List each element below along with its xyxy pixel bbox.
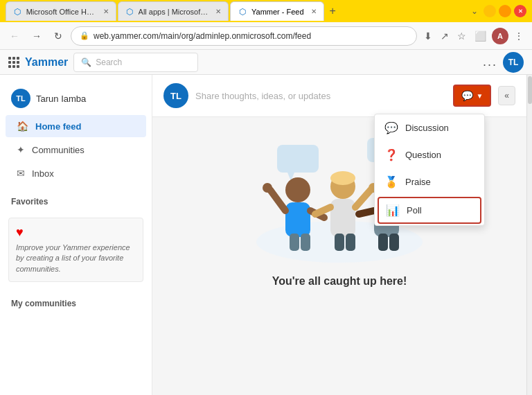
address-bar: ← → ↻ 🔒 web.yammer.com/main/org/adminlep… xyxy=(0,22,532,50)
address-text: web.yammer.com/main/org/adminlep.onmicro… xyxy=(94,31,311,41)
tab-office-favicon: ⬡ xyxy=(13,7,22,17)
address-input[interactable]: 🔒 web.yammer.com/main/org/adminlep.onmic… xyxy=(71,26,417,46)
tab-yammer-favicon: ⬡ xyxy=(238,7,247,17)
post-avatar: TL xyxy=(163,83,188,108)
svg-rect-14 xyxy=(330,199,355,237)
dropdown-praise-label: Praise xyxy=(405,177,431,187)
dropdown-item-question[interactable]: ❓ Question xyxy=(375,141,484,168)
search-box[interactable]: 🔍 Search xyxy=(73,53,198,72)
browser-profile-avatar[interactable]: A xyxy=(492,28,508,44)
tab-office-close[interactable]: ✕ xyxy=(103,8,109,15)
chevron-down-button[interactable]: ⌄ xyxy=(468,5,481,17)
post-type-icon: 💬 xyxy=(461,90,473,101)
split-view-button[interactable]: ⬜ xyxy=(472,28,489,44)
download-button[interactable]: ⬇ xyxy=(421,28,435,44)
dropdown-question-label: Question xyxy=(405,150,441,160)
user-avatar-initials: TL xyxy=(16,94,25,103)
address-bar-actions: ⬇ ↗ ☆ ⬜ A ⋮ xyxy=(421,28,526,44)
post-type-button[interactable]: 💬 ▼ xyxy=(453,85,491,107)
post-avatar-initials: TL xyxy=(170,91,181,101)
post-input[interactable]: Share thoughts, ideas, or updates xyxy=(195,91,446,101)
svg-rect-11 xyxy=(301,234,310,251)
share-button[interactable]: ↗ xyxy=(438,28,452,44)
user-avatar: TL xyxy=(11,89,30,108)
feed-area: TL Share thoughts, ideas, or updates 💬 ▼… xyxy=(152,75,526,395)
svg-line-7 xyxy=(270,190,285,211)
new-tab-button[interactable]: + xyxy=(326,3,340,19)
sidebar-item-home-feed[interactable]: 🏠 Home feed xyxy=(6,115,146,137)
user-name: Tarun Iamba xyxy=(36,94,86,104)
tab-allapps[interactable]: ⬡ All apps | Microsoft C... ✕ xyxy=(118,1,229,21)
inbox-label: Inbox xyxy=(32,168,54,179)
svg-line-16 xyxy=(355,190,371,207)
tab-yammer[interactable]: ⬡ Yammer - Feed ✕ xyxy=(230,1,324,21)
tab-office-label: Microsoft Office Hom... xyxy=(26,8,96,16)
praise-icon: 🏅 xyxy=(384,175,398,188)
svg-line-24 xyxy=(359,211,374,214)
poll-highlight-border: 📊 Poll xyxy=(378,197,481,224)
my-communities-section-title: My communities xyxy=(0,288,152,314)
post-type-dropdown-arrow[interactable]: ▼ xyxy=(476,92,483,100)
favorites-placeholder: ♥ Improve your Yammer experience by crea… xyxy=(8,218,143,282)
home-icon: 🏠 xyxy=(17,121,28,132)
tab-allapps-close[interactable]: ✕ xyxy=(215,8,221,15)
lock-icon: 🔒 xyxy=(80,31,89,40)
back-button[interactable]: ← xyxy=(6,28,24,44)
main-content: TL Tarun Iamba 🏠 Home feed ✦ Communities… xyxy=(0,75,532,395)
favorites-section-title: Favorites xyxy=(0,186,152,212)
more-options-button[interactable]: ... xyxy=(483,55,497,69)
sidebar-item-inbox[interactable]: ✉ Inbox xyxy=(6,162,146,184)
svg-rect-25 xyxy=(378,234,388,251)
apps-grid-icon[interactable] xyxy=(8,57,19,68)
inbox-icon: ✉ xyxy=(17,168,25,179)
svg-point-5 xyxy=(285,177,310,202)
tab-yammer-close[interactable]: ✕ xyxy=(311,8,317,15)
dropdown-discussion-label: Discussion xyxy=(405,123,449,133)
post-type-dropdown: 💬 Discussion ❓ Question 🏅 Praise 📊 Poll xyxy=(374,114,485,226)
menu-right: ... TL xyxy=(483,52,524,73)
favorites-placeholder-text: Improve your Yammer experience by creati… xyxy=(16,243,136,274)
menu-bar: Yammer 🔍 Search ... TL xyxy=(0,50,532,75)
tab-allapps-favicon: ⬡ xyxy=(125,7,134,17)
home-feed-label: Home feed xyxy=(35,121,81,132)
scrollbar-thumb[interactable] xyxy=(528,76,532,104)
svg-rect-26 xyxy=(389,234,399,251)
sidebar-item-communities[interactable]: ✦ Communities xyxy=(6,139,146,161)
maximize-button[interactable] xyxy=(499,5,511,17)
tab-bar: ⬡ Microsoft Office Hom... ✕ ⬡ All apps |… xyxy=(6,1,466,21)
svg-rect-19 xyxy=(346,234,355,251)
discussion-icon: 💬 xyxy=(384,121,398,134)
tab-allapps-label: All apps | Microsoft C... xyxy=(139,8,209,16)
forward-button[interactable]: → xyxy=(28,28,46,44)
collapse-button[interactable]: « xyxy=(498,86,515,105)
svg-point-13 xyxy=(330,171,355,185)
minimize-button[interactable] xyxy=(484,5,496,17)
close-button[interactable]: ✕ xyxy=(514,5,526,17)
communities-label: Communities xyxy=(32,145,85,155)
dropdown-item-discussion[interactable]: 💬 Discussion xyxy=(375,114,484,141)
search-icon: 🔍 xyxy=(81,58,91,67)
user-profile-item[interactable]: TL Tarun Iamba xyxy=(0,83,152,114)
refresh-button[interactable]: ↻ xyxy=(50,28,66,44)
svg-line-15 xyxy=(315,207,330,214)
dropdown-item-poll[interactable]: 📊 Poll xyxy=(379,198,480,222)
favorites-button[interactable]: ☆ xyxy=(454,28,469,44)
sidebar: TL Tarun Iamba 🏠 Home feed ✦ Communities… xyxy=(0,75,152,395)
svg-rect-18 xyxy=(335,234,344,251)
window-controls: ⌄ ✕ xyxy=(468,5,526,17)
title-bar: ⬡ Microsoft Office Hom... ✕ ⬡ All apps |… xyxy=(0,0,532,22)
yammer-logo: Yammer xyxy=(25,56,68,69)
question-icon: ❓ xyxy=(384,148,398,161)
user-avatar-menu[interactable]: TL xyxy=(503,52,524,73)
favorites-heart-icon: ♥ xyxy=(16,225,136,240)
scrollbar[interactable] xyxy=(526,75,532,395)
browser-more-button[interactable]: ⋮ xyxy=(511,28,526,44)
post-bar: TL Share thoughts, ideas, or updates 💬 ▼… xyxy=(152,75,526,117)
dropdown-item-praise[interactable]: 🏅 Praise xyxy=(375,168,484,195)
caught-up-text: You're all caught up here! xyxy=(272,275,407,288)
search-placeholder: Search xyxy=(96,58,122,67)
svg-point-8 xyxy=(263,183,272,193)
dropdown-poll-label: Poll xyxy=(407,205,422,216)
tab-office[interactable]: ⬡ Microsoft Office Hom... ✕ xyxy=(6,1,116,21)
tab-yammer-label: Yammer - Feed xyxy=(251,8,304,16)
